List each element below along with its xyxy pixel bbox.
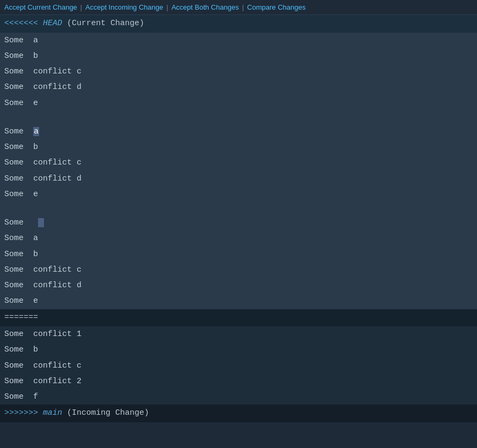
current-change-section: <<<<<<< HEAD (Current Change) Some a Som…	[0, 15, 477, 309]
current-line-2-1: Some a	[0, 124, 477, 139]
incoming-change-section: Some conflict 1 Some b Some conflict c S…	[0, 326, 477, 422]
current-line-3-1b: Some a	[0, 230, 477, 246]
highlight-a-2	[38, 218, 44, 227]
empty-line-2	[0, 202, 477, 215]
current-line-1-4: Some conflict d	[0, 79, 477, 95]
separator-1: |	[80, 3, 82, 11]
current-line-2-2: Some b	[0, 139, 477, 155]
incoming-label: (Incoming Change)	[67, 408, 149, 417]
current-line-1-3: Some conflict c	[0, 64, 477, 79]
current-line-3-4: Some conflict d	[0, 278, 477, 293]
compare-changes-button[interactable]: Compare Changes	[247, 3, 305, 11]
current-line-1-1: Some a	[0, 33, 477, 48]
highlight-a-1: a	[33, 127, 39, 136]
incoming-line-5: Some f	[0, 389, 477, 405]
current-label: (Current Change)	[67, 19, 144, 28]
incoming-change-footer: >>>>>>> main (Incoming Change)	[0, 405, 477, 422]
current-line-2-5: Some e	[0, 186, 477, 202]
separator-2: |	[167, 3, 168, 11]
current-line-1-5: Some e	[0, 95, 477, 111]
incoming-line-2: Some b	[0, 342, 477, 357]
conflict-divider: =======	[0, 309, 477, 327]
incoming-marker: >>>>>>>	[4, 408, 38, 417]
accept-incoming-button[interactable]: Accept Incoming Change	[85, 3, 163, 11]
separator-3: |	[242, 3, 244, 11]
current-marker: <<<<<<<	[4, 19, 38, 28]
accept-current-button[interactable]: Accept Current Change	[4, 3, 77, 11]
current-line-2-3: Some conflict c	[0, 155, 477, 170]
current-line-3-1: Some	[0, 215, 477, 230]
incoming-line-4: Some conflict 2	[0, 374, 477, 389]
current-line-3-5: Some e	[0, 293, 477, 309]
current-line-1-2: Some b	[0, 48, 477, 64]
conflict-toolbar: Accept Current Change | Accept Incoming …	[0, 0, 477, 15]
incoming-line-3: Some conflict c	[0, 358, 477, 374]
diff-content: <<<<<<< HEAD (Current Change) Some a Som…	[0, 15, 477, 448]
incoming-line-1: Some conflict 1	[0, 326, 477, 342]
current-line-2-4: Some conflict d	[0, 171, 477, 186]
current-branch: HEAD	[43, 19, 62, 28]
incoming-branch: main	[43, 408, 62, 417]
current-line-3-3: Some conflict c	[0, 262, 477, 278]
empty-line-1	[0, 111, 477, 124]
accept-both-button[interactable]: Accept Both Changes	[172, 3, 239, 11]
current-line-3-2: Some b	[0, 247, 477, 262]
current-change-header: <<<<<<< HEAD (Current Change)	[0, 15, 477, 33]
